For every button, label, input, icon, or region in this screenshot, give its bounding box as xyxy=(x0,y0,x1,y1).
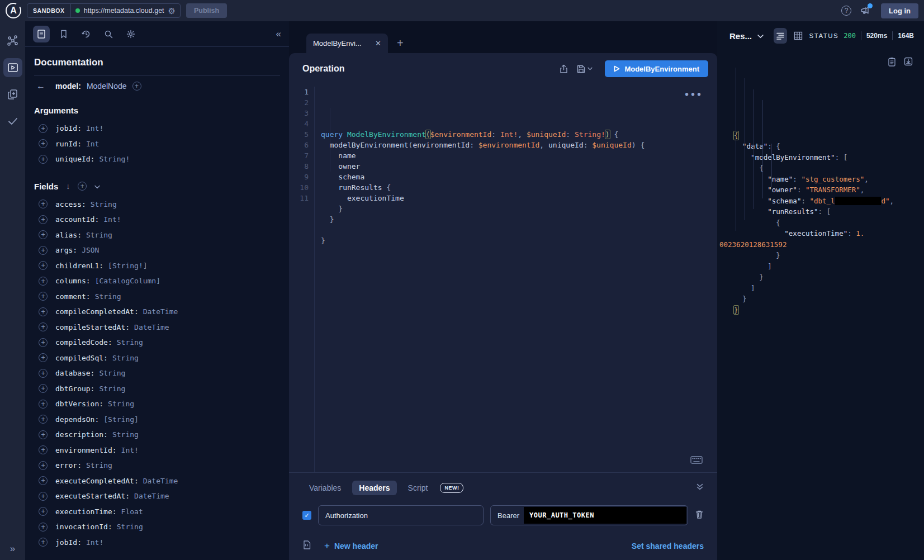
add-all-fields-icon[interactable]: + xyxy=(132,82,141,91)
add-field-icon[interactable]: + xyxy=(39,384,48,393)
docs-tab-settings[interactable] xyxy=(122,26,139,42)
field-item[interactable]: +accountId:Int! xyxy=(34,212,280,227)
add-field-icon[interactable]: + xyxy=(39,215,48,224)
field-name[interactable]: environmentId: xyxy=(55,446,117,454)
field-item[interactable]: +executeStartedAt:DateTime xyxy=(34,488,280,504)
tab-variables[interactable]: Variables xyxy=(302,481,348,495)
field-name[interactable]: executeStartedAt: xyxy=(55,492,130,500)
field-name[interactable]: jobId: xyxy=(55,538,82,547)
field-item[interactable]: +executeCompletedAt:DateTime xyxy=(34,473,280,489)
add-field-icon[interactable]: + xyxy=(39,322,48,331)
header-enabled-checkbox[interactable]: ✓ xyxy=(302,511,311,520)
field-name[interactable]: comment: xyxy=(55,292,91,301)
fields-menu-chevron-icon[interactable] xyxy=(94,182,100,191)
endpoint-settings-gear-icon[interactable]: ⚙ xyxy=(168,7,176,15)
field-item[interactable]: +runId:Int xyxy=(34,136,280,152)
field-name[interactable]: compileCompletedAt: xyxy=(55,307,139,316)
add-field-icon[interactable]: + xyxy=(39,307,48,316)
field-item[interactable]: +compileCompletedAt:DateTime xyxy=(34,304,280,320)
field-item[interactable]: +compileStartedAt:DateTime xyxy=(34,320,280,335)
add-field-icon[interactable]: + xyxy=(39,292,48,301)
new-header-button[interactable]: + New header xyxy=(324,540,378,552)
add-field-icon[interactable]: + xyxy=(39,155,48,164)
header-value-field[interactable]: Bearer YOUR_AUTH_TOKEN xyxy=(490,505,688,525)
field-item[interactable]: +environmentId:Int! xyxy=(34,443,280,458)
field-name[interactable]: description: xyxy=(55,430,108,439)
run-operation-button[interactable]: ModelByEnvironment xyxy=(605,60,708,77)
keyboard-shortcuts-button[interactable] xyxy=(690,456,703,467)
add-field-icon[interactable]: + xyxy=(39,476,48,485)
field-item[interactable]: +jobId:Int! xyxy=(34,121,280,136)
delete-header-button[interactable] xyxy=(695,510,704,521)
query-editor[interactable]: 1234567891011 query ModelByEnvironment($… xyxy=(289,84,717,472)
field-name[interactable]: args: xyxy=(55,246,77,254)
field-name[interactable]: executeCompletedAt: xyxy=(55,477,139,485)
tab-headers[interactable]: Headers xyxy=(352,481,396,495)
field-name[interactable]: invocationId: xyxy=(55,523,112,531)
docs-tab-search[interactable] xyxy=(100,26,117,42)
close-tab-icon[interactable]: ✕ xyxy=(375,39,381,48)
apollo-logo-icon[interactable]: A xyxy=(6,3,21,18)
save-menu-chevron-icon[interactable] xyxy=(587,67,593,70)
add-field-icon[interactable]: + xyxy=(39,523,48,531)
field-item[interactable]: +dbtVersion:String xyxy=(34,396,280,412)
field-item[interactable]: +description:String xyxy=(34,427,280,443)
field-name[interactable]: access: xyxy=(55,200,86,208)
add-field-icon[interactable]: + xyxy=(39,369,48,378)
field-name[interactable]: uniqueId: xyxy=(55,155,94,163)
field-item[interactable]: +invocationId:String xyxy=(34,519,280,535)
nav-explorer-button[interactable] xyxy=(3,58,22,77)
field-name[interactable]: runId: xyxy=(55,140,82,148)
help-button[interactable]: ? xyxy=(840,4,853,17)
publish-button[interactable]: Publish xyxy=(186,3,227,18)
field-item[interactable]: +database:String xyxy=(34,366,280,381)
preflight-script-button[interactable] xyxy=(302,540,312,552)
field-item[interactable]: +error:String xyxy=(34,458,280,473)
add-field-icon[interactable]: + xyxy=(39,230,48,239)
field-name[interactable]: compiledCode: xyxy=(55,338,112,347)
share-operation-button[interactable] xyxy=(559,64,568,74)
field-item[interactable]: +jobId:Int! xyxy=(34,535,280,550)
add-field-icon[interactable]: + xyxy=(39,492,48,501)
docs-tab-history[interactable] xyxy=(78,26,94,42)
set-shared-headers-link[interactable]: Set shared headers xyxy=(632,542,704,550)
header-key-input[interactable] xyxy=(318,505,484,525)
add-field-icon[interactable]: + xyxy=(39,353,48,362)
add-field-icon[interactable]: + xyxy=(39,507,48,516)
add-field-icon[interactable]: + xyxy=(39,338,48,347)
formatted-view-button[interactable] xyxy=(774,28,787,44)
response-json-viewer[interactable]: { "data": { "modelByEnvironment": [ { "n… xyxy=(717,54,924,337)
back-arrow-icon[interactable]: ← xyxy=(36,81,45,91)
field-name[interactable]: columns: xyxy=(55,277,91,285)
editor-code[interactable]: query ModelByEnvironment($environmentId:… xyxy=(315,87,717,472)
add-field-icon[interactable]: + xyxy=(39,430,48,439)
field-item[interactable]: +columns:[CatalogColumn] xyxy=(34,273,280,289)
add-field-icon[interactable]: + xyxy=(39,461,48,470)
add-field-icon[interactable]: + xyxy=(39,445,48,454)
field-name[interactable]: compiledSql: xyxy=(55,354,108,362)
endpoint-url-box[interactable]: https://metadata.cloud.get ⚙ xyxy=(71,7,180,15)
nav-checks-button[interactable] xyxy=(3,112,22,131)
table-view-button[interactable] xyxy=(792,28,805,44)
collapse-request-panel-button[interactable] xyxy=(696,483,704,493)
add-field-icon[interactable]: + xyxy=(39,200,48,208)
add-field-icon[interactable]: + xyxy=(39,124,48,133)
field-name[interactable]: dbtGroup: xyxy=(55,385,94,393)
field-name[interactable]: alias: xyxy=(55,231,82,239)
field-name[interactable]: database: xyxy=(55,369,94,377)
field-name[interactable]: compileStartedAt: xyxy=(55,323,130,331)
docs-tab-documentation[interactable] xyxy=(33,26,50,42)
sort-fields-icon[interactable]: ↓ xyxy=(66,182,70,191)
model-type-link[interactable]: ModelNode xyxy=(87,82,127,91)
field-item[interactable]: +alias:String xyxy=(34,227,280,243)
add-field-icon[interactable]: + xyxy=(39,261,48,270)
expand-rail-button[interactable]: » xyxy=(10,543,15,554)
add-field-icon[interactable]: + xyxy=(39,538,48,547)
editor-overflow-menu[interactable]: ••• xyxy=(684,90,703,101)
field-item[interactable]: +access:String xyxy=(34,197,280,212)
field-item[interactable]: +args:JSON xyxy=(34,243,280,258)
response-dropdown-chevron-icon[interactable] xyxy=(757,31,764,41)
add-field-icon[interactable]: + xyxy=(39,246,48,255)
add-field-icon[interactable]: + xyxy=(39,400,48,409)
field-item[interactable]: +childrenL1:[String!] xyxy=(34,258,280,274)
